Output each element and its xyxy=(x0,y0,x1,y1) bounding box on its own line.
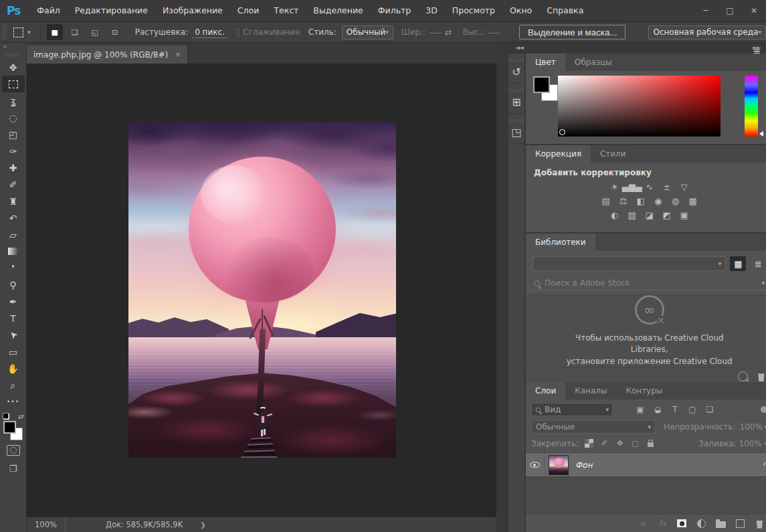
layer-style-icon[interactable]: fx xyxy=(657,519,668,528)
width-input[interactable] xyxy=(429,31,442,33)
intersect-selection-icon[interactable]: ⊡ xyxy=(107,24,123,40)
lock-pixels-icon[interactable]: ✐ xyxy=(599,438,609,448)
tool-preset-picker[interactable]: ▾ xyxy=(7,27,37,37)
brightness-contrast-icon[interactable]: ☀ xyxy=(609,181,620,193)
hue-strip[interactable] xyxy=(745,76,758,137)
lock-artboard-icon[interactable]: ▢ xyxy=(630,438,640,448)
lock-transparency-icon[interactable] xyxy=(584,438,594,448)
history-brush-tool[interactable]: ↶ xyxy=(2,209,25,226)
creative-cloud-sync-icon[interactable] xyxy=(738,371,748,381)
subtract-from-selection-icon[interactable]: ◱ xyxy=(87,24,103,40)
new-adjustment-layer-icon[interactable] xyxy=(696,519,706,528)
foreground-color-swatch[interactable] xyxy=(3,421,16,434)
swap-dimensions-icon[interactable]: ⇄ xyxy=(444,27,452,37)
color-balance-icon[interactable]: ⚖ xyxy=(617,195,629,207)
panel-tab[interactable]: Коррекция xyxy=(526,145,591,163)
menu-item[interactable]: Редактирование xyxy=(68,0,155,21)
spot-healing-brush-tool[interactable]: ✚ xyxy=(2,159,25,176)
delete-icon[interactable] xyxy=(757,373,765,381)
edit-toolbar-button[interactable]: ••• xyxy=(2,393,25,410)
zoom-tool[interactable]: ⌕ xyxy=(2,377,25,393)
panel-tab[interactable]: Цвет xyxy=(526,54,565,71)
layer-filter-toggle[interactable] xyxy=(761,406,766,413)
black-white-icon[interactable]: ◧ xyxy=(635,195,646,207)
brush-tool[interactable]: ✐ xyxy=(2,176,25,193)
selective-color-icon[interactable]: ▣ xyxy=(678,209,690,221)
tab-libraries[interactable]: Библиотеки xyxy=(526,234,595,251)
gradient-tool[interactable] xyxy=(2,243,25,260)
path-selection-tool[interactable]: ➤ xyxy=(2,327,25,343)
toolbar-collapse-icon[interactable]: » xyxy=(0,43,26,52)
link-layers-icon[interactable]: ∞ xyxy=(638,519,648,529)
add-layer-mask-icon[interactable] xyxy=(676,519,687,527)
fill-value[interactable]: 100% xyxy=(739,439,762,448)
workspace-dropdown[interactable]: Основная рабочая среда▾ xyxy=(648,25,766,39)
type-tool[interactable]: T xyxy=(2,310,25,327)
menu-item[interactable]: Выделение xyxy=(306,0,370,21)
filter-type-layers-icon[interactable]: T xyxy=(669,404,681,416)
menu-item[interactable]: Файл xyxy=(29,0,68,21)
layer-row-background[interactable]: Фон xyxy=(526,453,766,477)
new-group-icon[interactable] xyxy=(715,519,726,528)
quick-selection-tool[interactable]: ◌ xyxy=(2,109,25,126)
tab-close-icon[interactable]: × xyxy=(175,50,181,59)
status-chevron-icon[interactable]: ❯ xyxy=(200,521,205,529)
levels-icon[interactable]: ▄▆▄ xyxy=(626,181,638,193)
adobe-stock-search-field[interactable]: Поиск в Adobe Stock ▾ xyxy=(533,276,766,290)
anti-alias-checkbox[interactable] xyxy=(237,29,240,36)
new-selection-icon[interactable]: ■ xyxy=(47,24,63,40)
hue-saturation-icon[interactable]: ▤ xyxy=(600,195,611,207)
style-dropdown[interactable]: Обычный▾ xyxy=(342,25,393,39)
rectangular-marquee-tool[interactable] xyxy=(2,76,25,92)
eraser-tool[interactable]: ▱ xyxy=(2,226,25,243)
swap-colors-icon[interactable]: ⇄ xyxy=(18,413,23,420)
eyedropper-tool[interactable]: ✑ xyxy=(2,143,25,159)
photo-filter-icon[interactable]: ◉ xyxy=(652,195,664,207)
visibility-toggle[interactable] xyxy=(526,453,545,476)
3d-panel-icon[interactable]: ⊞ xyxy=(508,84,524,113)
panel-menu-icon[interactable]: ≡ xyxy=(753,46,761,56)
panel-tab[interactable]: Слои xyxy=(526,382,565,400)
posterize-icon[interactable]: ▨ xyxy=(626,209,638,221)
grid-view-button[interactable]: ▦ xyxy=(730,256,746,271)
delete-layer-icon[interactable] xyxy=(754,519,765,529)
color-cursor[interactable] xyxy=(559,129,565,135)
list-view-button[interactable]: ≣ xyxy=(750,256,766,271)
exposure-icon[interactable]: ± xyxy=(661,181,672,193)
crop-tool[interactable]: ◰ xyxy=(2,126,25,143)
filter-shape-layers-icon[interactable]: ▢ xyxy=(686,404,698,416)
gradient-map-icon[interactable]: ◩ xyxy=(661,209,672,221)
document-tab[interactable]: image.php.jpg @ 100% (RGB/8#) × xyxy=(27,46,188,64)
filter-smart-objects-icon[interactable]: ❏ xyxy=(704,404,716,416)
menu-item[interactable]: Окно xyxy=(502,0,539,21)
properties-panel-icon[interactable]: ◳ xyxy=(508,114,524,143)
invert-icon[interactable]: ◐ xyxy=(609,209,620,221)
menu-item[interactable]: Текст xyxy=(266,0,306,21)
new-layer-icon[interactable] xyxy=(735,519,745,528)
height-input[interactable] xyxy=(488,31,501,33)
default-colors-icon[interactable] xyxy=(3,414,9,420)
panel-tab[interactable]: Стили xyxy=(591,145,636,163)
add-to-selection-icon[interactable]: ❏ xyxy=(67,24,83,40)
toolbar-grip[interactable] xyxy=(5,54,21,57)
color-lookup-icon[interactable]: ▦ xyxy=(687,195,698,207)
close-button[interactable]: ✕ xyxy=(742,0,766,21)
filter-adjustment-layers-icon[interactable]: ◒ xyxy=(652,404,664,416)
lock-position-icon[interactable]: ✥ xyxy=(615,438,625,448)
screen-mode-button[interactable]: ❐ xyxy=(9,464,17,474)
select-and-mask-button[interactable]: Выделение и маска... xyxy=(519,25,626,39)
menu-item[interactable]: Слои xyxy=(230,0,267,21)
library-select-dropdown[interactable]: ▾ xyxy=(533,256,726,271)
channel-mixer-icon[interactable]: ◍ xyxy=(670,195,681,207)
hand-tool[interactable]: ✋ xyxy=(2,360,25,377)
dock-collapse-icon[interactable]: ◄◄ xyxy=(515,44,523,51)
layer-filter-dropdown[interactable]: Вид ▾ xyxy=(531,403,613,416)
options-bar-grip[interactable] xyxy=(2,25,7,39)
blur-tool[interactable]: ❜ xyxy=(2,260,25,276)
zoom-level-field[interactable]: 100% xyxy=(27,517,66,532)
hue-cursor-icon[interactable] xyxy=(759,131,763,137)
pen-tool[interactable]: ✒ xyxy=(2,293,25,310)
menu-item[interactable]: 3D xyxy=(418,0,445,21)
history-panel-icon[interactable]: ↺ xyxy=(508,54,524,83)
panel-tab[interactable]: Образцы xyxy=(565,54,621,71)
